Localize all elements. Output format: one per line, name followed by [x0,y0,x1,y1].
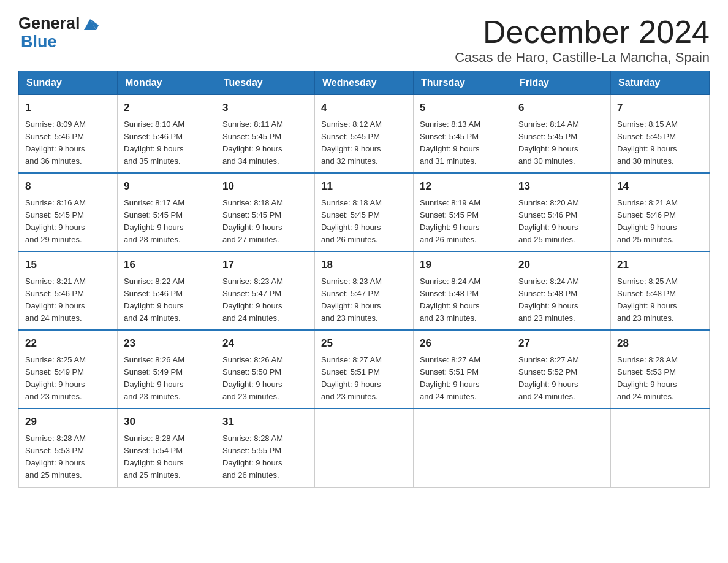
title-block: December 2024 Casas de Haro, Castille-La… [455,15,710,66]
calendar-day-cell: 9Sunrise: 8:17 AMSunset: 5:45 PMDaylight… [118,173,216,251]
day-number: 21 [617,257,703,273]
day-info: Sunrise: 8:28 AMSunset: 5:53 PMDaylight:… [25,432,111,482]
calendar-day-cell: 2Sunrise: 8:10 AMSunset: 5:46 PMDaylight… [118,95,216,174]
day-info: Sunrise: 8:15 AMSunset: 5:45 PMDaylight:… [617,118,703,168]
day-number: 22 [25,335,111,351]
day-number: 26 [420,335,506,351]
calendar-week-row: 1Sunrise: 8:09 AMSunset: 5:46 PMDaylight… [19,95,710,174]
day-number: 27 [518,335,604,351]
day-info: Sunrise: 8:23 AMSunset: 5:47 PMDaylight:… [321,275,407,325]
day-number: 23 [124,335,210,351]
day-number: 6 [518,100,604,116]
calendar-week-row: 8Sunrise: 8:16 AMSunset: 5:45 PMDaylight… [19,173,710,251]
calendar-day-cell: 31Sunrise: 8:28 AMSunset: 5:55 PMDayligh… [216,408,315,487]
day-number: 29 [25,414,111,430]
day-info: Sunrise: 8:23 AMSunset: 5:47 PMDaylight:… [222,275,308,325]
day-info: Sunrise: 8:12 AMSunset: 5:45 PMDaylight:… [321,118,407,168]
col-header-monday: Monday [118,71,216,95]
calendar-table: SundayMondayTuesdayWednesdayThursdayFrid… [18,71,710,487]
calendar-day-cell: 30Sunrise: 8:28 AMSunset: 5:54 PMDayligh… [118,408,216,487]
day-number: 28 [617,335,703,351]
calendar-week-row: 29Sunrise: 8:28 AMSunset: 5:53 PMDayligh… [19,408,710,487]
calendar-day-cell: 5Sunrise: 8:13 AMSunset: 5:45 PMDaylight… [414,95,512,174]
calendar-day-cell: 11Sunrise: 8:18 AMSunset: 5:45 PMDayligh… [315,173,414,251]
calendar-day-cell [611,408,710,487]
col-header-thursday: Thursday [414,71,512,95]
calendar-day-cell: 21Sunrise: 8:25 AMSunset: 5:48 PMDayligh… [611,251,710,330]
day-number: 18 [321,257,407,273]
calendar-week-row: 15Sunrise: 8:21 AMSunset: 5:46 PMDayligh… [19,251,710,330]
calendar-day-cell: 19Sunrise: 8:24 AMSunset: 5:48 PMDayligh… [414,251,512,330]
calendar-day-cell: 22Sunrise: 8:25 AMSunset: 5:49 PMDayligh… [19,330,118,408]
logo-triangle-icon [82,17,99,33]
calendar-day-cell: 24Sunrise: 8:26 AMSunset: 5:50 PMDayligh… [216,330,315,408]
day-number: 2 [124,100,210,116]
day-number: 24 [222,335,308,351]
day-number: 1 [25,100,111,116]
calendar-week-row: 22Sunrise: 8:25 AMSunset: 5:49 PMDayligh… [19,330,710,408]
calendar-day-cell: 13Sunrise: 8:20 AMSunset: 5:46 PMDayligh… [512,173,611,251]
calendar-day-cell: 28Sunrise: 8:28 AMSunset: 5:53 PMDayligh… [611,330,710,408]
calendar-day-cell [414,408,512,487]
calendar-day-cell: 15Sunrise: 8:21 AMSunset: 5:46 PMDayligh… [19,251,118,330]
day-info: Sunrise: 8:28 AMSunset: 5:53 PMDaylight:… [617,354,703,404]
day-info: Sunrise: 8:28 AMSunset: 5:55 PMDaylight:… [222,432,308,482]
logo-general-text: General [18,15,80,33]
day-number: 12 [420,178,506,194]
day-info: Sunrise: 8:28 AMSunset: 5:54 PMDaylight:… [124,432,210,482]
logo-blue-text: Blue [21,33,57,51]
calendar-day-cell: 29Sunrise: 8:28 AMSunset: 5:53 PMDayligh… [19,408,118,487]
calendar-day-cell: 14Sunrise: 8:21 AMSunset: 5:46 PMDayligh… [611,173,710,251]
calendar-day-cell [512,408,611,487]
calendar-header-row: SundayMondayTuesdayWednesdayThursdayFrid… [19,71,710,95]
calendar-day-cell: 3Sunrise: 8:11 AMSunset: 5:45 PMDaylight… [216,95,315,174]
day-info: Sunrise: 8:22 AMSunset: 5:46 PMDaylight:… [124,275,210,325]
day-info: Sunrise: 8:27 AMSunset: 5:51 PMDaylight:… [420,354,506,404]
month-title: December 2024 [455,15,710,50]
calendar-day-cell: 27Sunrise: 8:27 AMSunset: 5:52 PMDayligh… [512,330,611,408]
calendar-day-cell: 12Sunrise: 8:19 AMSunset: 5:45 PMDayligh… [414,173,512,251]
col-header-friday: Friday [512,71,611,95]
day-info: Sunrise: 8:10 AMSunset: 5:46 PMDaylight:… [124,118,210,168]
calendar-day-cell: 8Sunrise: 8:16 AMSunset: 5:45 PMDaylight… [19,173,118,251]
day-info: Sunrise: 8:25 AMSunset: 5:49 PMDaylight:… [25,354,111,404]
day-info: Sunrise: 8:09 AMSunset: 5:46 PMDaylight:… [25,118,111,168]
day-info: Sunrise: 8:24 AMSunset: 5:48 PMDaylight:… [518,275,604,325]
day-info: Sunrise: 8:26 AMSunset: 5:50 PMDaylight:… [222,354,308,404]
day-info: Sunrise: 8:26 AMSunset: 5:49 PMDaylight:… [124,354,210,404]
calendar-day-cell: 4Sunrise: 8:12 AMSunset: 5:45 PMDaylight… [315,95,414,174]
col-header-saturday: Saturday [611,71,710,95]
day-number: 25 [321,335,407,351]
calendar-day-cell: 26Sunrise: 8:27 AMSunset: 5:51 PMDayligh… [414,330,512,408]
day-info: Sunrise: 8:25 AMSunset: 5:48 PMDaylight:… [617,275,703,325]
day-number: 13 [518,178,604,194]
location-title: Casas de Haro, Castille-La Mancha, Spain [455,50,710,66]
calendar-day-cell: 25Sunrise: 8:27 AMSunset: 5:51 PMDayligh… [315,330,414,408]
day-info: Sunrise: 8:21 AMSunset: 5:46 PMDaylight:… [617,197,703,247]
day-info: Sunrise: 8:21 AMSunset: 5:46 PMDaylight:… [25,275,111,325]
calendar-day-cell: 16Sunrise: 8:22 AMSunset: 5:46 PMDayligh… [118,251,216,330]
day-number: 16 [124,257,210,273]
day-info: Sunrise: 8:18 AMSunset: 5:45 PMDaylight:… [321,197,407,247]
calendar-day-cell: 17Sunrise: 8:23 AMSunset: 5:47 PMDayligh… [216,251,315,330]
day-number: 4 [321,100,407,116]
day-info: Sunrise: 8:17 AMSunset: 5:45 PMDaylight:… [124,197,210,247]
day-info: Sunrise: 8:18 AMSunset: 5:45 PMDaylight:… [222,197,308,247]
col-header-tuesday: Tuesday [216,71,315,95]
day-info: Sunrise: 8:20 AMSunset: 5:46 PMDaylight:… [518,197,604,247]
col-header-sunday: Sunday [19,71,118,95]
day-number: 10 [222,178,308,194]
page-header: General Blue December 2024 Casas de Haro… [18,15,710,66]
calendar-day-cell: 1Sunrise: 8:09 AMSunset: 5:46 PMDaylight… [19,95,118,174]
day-info: Sunrise: 8:13 AMSunset: 5:45 PMDaylight:… [420,118,506,168]
calendar-day-cell: 6Sunrise: 8:14 AMSunset: 5:45 PMDaylight… [512,95,611,174]
day-info: Sunrise: 8:11 AMSunset: 5:45 PMDaylight:… [222,118,308,168]
calendar-day-cell: 18Sunrise: 8:23 AMSunset: 5:47 PMDayligh… [315,251,414,330]
day-info: Sunrise: 8:27 AMSunset: 5:52 PMDaylight:… [518,354,604,404]
day-number: 30 [124,414,210,430]
day-info: Sunrise: 8:16 AMSunset: 5:45 PMDaylight:… [25,197,111,247]
day-number: 31 [222,414,308,430]
col-header-wednesday: Wednesday [315,71,414,95]
calendar-day-cell: 10Sunrise: 8:18 AMSunset: 5:45 PMDayligh… [216,173,315,251]
day-number: 7 [617,100,703,116]
